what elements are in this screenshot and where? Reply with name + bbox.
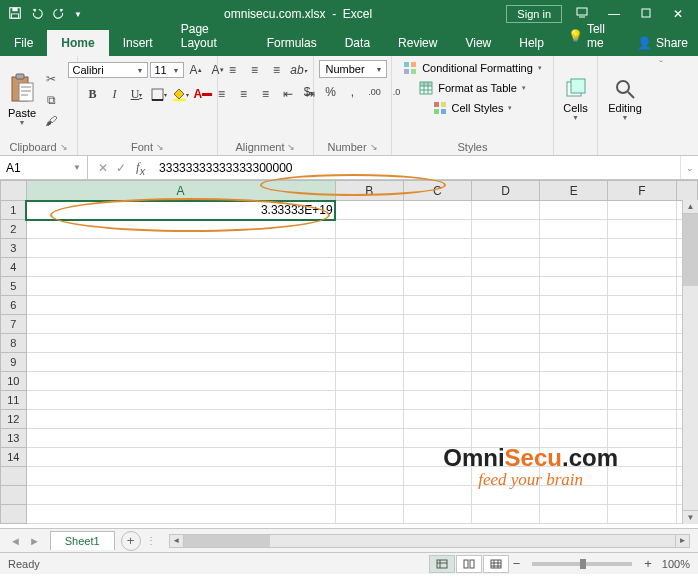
align-left-icon[interactable]: ≡: [212, 84, 232, 104]
cell[interactable]: [472, 239, 540, 258]
redo-icon[interactable]: [52, 6, 66, 23]
cell[interactable]: [26, 391, 335, 410]
cell[interactable]: [608, 277, 676, 296]
orientation-icon[interactable]: ab▾: [289, 60, 309, 80]
zoom-level[interactable]: 100%: [662, 558, 690, 570]
underline-button[interactable]: U▾: [127, 84, 147, 104]
cell[interactable]: [26, 410, 335, 429]
row-header[interactable]: 4: [1, 258, 27, 277]
save-icon[interactable]: [8, 6, 22, 23]
number-launcher[interactable]: ↘: [370, 142, 378, 152]
cell[interactable]: [608, 448, 676, 467]
cell[interactable]: [403, 220, 471, 239]
cell[interactable]: [608, 296, 676, 315]
collapse-ribbon-icon[interactable]: ˇ: [652, 56, 670, 71]
worksheet-grid[interactable]: A B C D E F 13.33333E+19 2 3 4 5 6 7 8 9…: [0, 180, 698, 528]
cell[interactable]: [540, 353, 608, 372]
cell[interactable]: [608, 486, 676, 505]
font-color-button[interactable]: A: [193, 84, 213, 104]
cell-styles-button[interactable]: Cell Styles▾: [429, 100, 517, 116]
paste-button[interactable]: Paste ▼: [6, 71, 38, 128]
cell[interactable]: [540, 220, 608, 239]
font-size-select[interactable]: 11▼: [150, 62, 184, 78]
cell[interactable]: [335, 277, 403, 296]
tab-formulas[interactable]: Formulas: [253, 30, 331, 56]
cells-button[interactable]: Cells▼: [559, 76, 591, 123]
cell[interactable]: [540, 448, 608, 467]
cell[interactable]: [403, 410, 471, 429]
cell[interactable]: [540, 486, 608, 505]
cell[interactable]: [335, 467, 403, 486]
fill-color-button[interactable]: ▾: [171, 84, 191, 104]
cell[interactable]: [403, 391, 471, 410]
cell[interactable]: [26, 467, 335, 486]
cell[interactable]: [472, 372, 540, 391]
row-header[interactable]: 2: [1, 220, 27, 239]
cell[interactable]: [472, 429, 540, 448]
decrease-indent-icon[interactable]: ⇤: [278, 84, 298, 104]
bold-button[interactable]: B: [83, 84, 103, 104]
row-header[interactable]: 12: [1, 410, 27, 429]
sheet-nav-next-icon[interactable]: ►: [29, 535, 40, 547]
zoom-out-button[interactable]: −: [509, 556, 525, 571]
row-header[interactable]: 10: [1, 372, 27, 391]
vertical-scrollbar[interactable]: ▲ ▼: [682, 200, 698, 524]
cell[interactable]: [608, 220, 676, 239]
tab-page-layout[interactable]: Page Layout: [167, 16, 253, 56]
tell-me-button[interactable]: 💡Tell me: [558, 16, 627, 56]
cell[interactable]: [540, 372, 608, 391]
cell[interactable]: [472, 334, 540, 353]
zoom-slider[interactable]: [532, 562, 632, 566]
new-sheet-button[interactable]: +: [121, 531, 141, 551]
cell[interactable]: [26, 372, 335, 391]
cell[interactable]: [540, 467, 608, 486]
cell[interactable]: [403, 429, 471, 448]
cell[interactable]: [26, 334, 335, 353]
row-header[interactable]: 7: [1, 315, 27, 334]
scroll-up-icon[interactable]: ▲: [683, 200, 698, 214]
tab-data[interactable]: Data: [331, 30, 384, 56]
cell[interactable]: [540, 277, 608, 296]
column-header-d[interactable]: D: [472, 181, 540, 201]
tab-home[interactable]: Home: [47, 30, 108, 56]
cell[interactable]: [472, 467, 540, 486]
cell[interactable]: [335, 391, 403, 410]
cell[interactable]: [335, 448, 403, 467]
cell[interactable]: [540, 239, 608, 258]
cell[interactable]: [26, 315, 335, 334]
cell[interactable]: [26, 239, 335, 258]
italic-button[interactable]: I: [105, 84, 125, 104]
row-header[interactable]: [1, 505, 27, 524]
select-all-button[interactable]: [1, 181, 27, 201]
cell[interactable]: [608, 258, 676, 277]
align-middle-icon[interactable]: ≡: [245, 60, 265, 80]
cell[interactable]: [403, 448, 471, 467]
cell[interactable]: [608, 353, 676, 372]
tab-insert[interactable]: Insert: [109, 30, 167, 56]
cancel-formula-icon[interactable]: ✕: [98, 161, 108, 175]
cell[interactable]: [608, 391, 676, 410]
scroll-right-icon[interactable]: ►: [675, 535, 689, 547]
cell[interactable]: [472, 448, 540, 467]
cell[interactable]: [335, 296, 403, 315]
cell[interactable]: [608, 315, 676, 334]
row-header[interactable]: 5: [1, 277, 27, 296]
horizontal-scrollbar[interactable]: ◄ ►: [169, 534, 690, 548]
cell[interactable]: [26, 353, 335, 372]
sheet-tab-sheet1[interactable]: Sheet1: [50, 531, 115, 550]
cell[interactable]: [403, 505, 471, 524]
name-box-dropdown-icon[interactable]: ▼: [73, 163, 81, 172]
cell[interactable]: [335, 353, 403, 372]
cell[interactable]: [26, 505, 335, 524]
row-header[interactable]: 3: [1, 239, 27, 258]
cell[interactable]: [540, 410, 608, 429]
cell[interactable]: [472, 505, 540, 524]
scroll-down-icon[interactable]: ▼: [683, 510, 698, 524]
row-header[interactable]: [1, 486, 27, 505]
scroll-thumb[interactable]: [683, 214, 698, 286]
cell[interactable]: [335, 334, 403, 353]
column-header-a[interactable]: A: [26, 181, 335, 201]
cell[interactable]: [403, 277, 471, 296]
expand-formula-bar-icon[interactable]: ⌄: [680, 156, 698, 179]
cell[interactable]: [608, 239, 676, 258]
